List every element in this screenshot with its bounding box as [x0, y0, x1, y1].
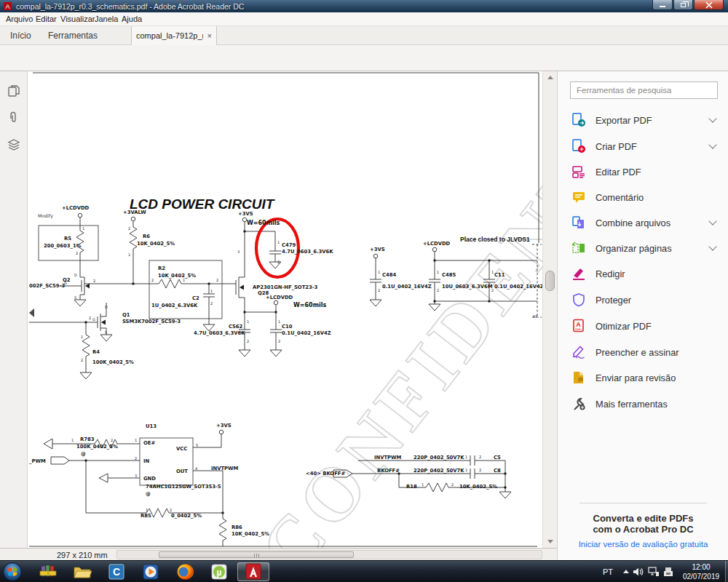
- layers-icon[interactable]: [7, 138, 20, 151]
- tool-proteger[interactable]: Proteger: [558, 287, 728, 312]
- svg-text:A: A: [5, 3, 9, 10]
- schematic-text: +LCDVDD: [423, 241, 451, 247]
- tools-panel: Exportar PDF Criar PDF Editar PDF Coment…: [557, 71, 728, 560]
- schematic-text: R5: [64, 236, 71, 242]
- schematic-text: 1: [81, 335, 83, 339]
- schematic-text: 1: [135, 438, 137, 442]
- device-icon[interactable]: [663, 567, 674, 580]
- attachments-icon[interactable]: [7, 111, 20, 124]
- schematic-text: 4.7U_0603_6.3V6K: [282, 249, 333, 255]
- page-thumbnails-icon[interactable]: [7, 84, 20, 97]
- schematic-text: R2: [158, 266, 165, 271]
- tab-inicio[interactable]: Início: [10, 31, 31, 41]
- menu-arquivo[interactable]: Arquivo: [6, 15, 33, 23]
- tool-organizar-paginas[interactable]: Organizar páginas: [558, 236, 728, 260]
- schematic-text: 0.1U_0402_16V4Z: [382, 284, 432, 290]
- schematic-text: 4.7U_0603_6.3V6K: [194, 330, 245, 336]
- vertical-scrollbar-thumb[interactable]: [545, 271, 555, 291]
- menu-editar[interactable]: Editar: [36, 15, 57, 23]
- tab-close-icon[interactable]: ×: [207, 31, 212, 40]
- taskbar-adobe-reader-active[interactable]: [237, 562, 269, 581]
- chevron-down-icon[interactable]: [708, 217, 716, 225]
- start-button[interactable]: [2, 562, 23, 582]
- schematic-text: R86: [232, 525, 242, 530]
- tool-combine-arquivos[interactable]: Combine arquivos: [558, 210, 728, 235]
- schematic-text: R4: [92, 349, 100, 355]
- network-icon[interactable]: [648, 567, 660, 580]
- schematic-text: 1: [128, 252, 130, 257]
- optimize-pdf-icon: A: [571, 319, 586, 333]
- scroll-down-icon[interactable]: [547, 540, 553, 543]
- tray-expand-icon[interactable]: [623, 570, 629, 573]
- horizontal-scrollbar-thumb[interactable]: [159, 551, 354, 558]
- tool-exportar-pdf[interactable]: Exportar PDF: [558, 108, 728, 132]
- schematic-text: 1: [465, 468, 467, 472]
- tool-redigir[interactable]: Redigir: [558, 261, 728, 286]
- tool-preencher-assinar[interactable]: Preencher e assinar: [558, 340, 728, 364]
- horizontal-scrollbar[interactable]: [116, 550, 542, 559]
- trial-link[interactable]: Iniciar versão de avaliação gratuita: [558, 540, 728, 549]
- schematic-text: 1: [183, 278, 185, 282]
- tool-enviar-revisao[interactable]: Enviar para revisão: [558, 365, 728, 390]
- tool-label: Editar PDF: [596, 167, 641, 178]
- document-size-label: 297 x 210 mm: [57, 551, 108, 559]
- taskbar-firefox[interactable]: [169, 562, 201, 581]
- tool-comentario[interactable]: Comentário: [558, 185, 728, 210]
- schematic-canvas: CONFIDENTIAL: [28, 71, 542, 548]
- vertical-scrollbar[interactable]: [542, 71, 557, 548]
- language-indicator[interactable]: PT: [603, 567, 613, 576]
- schematic-text: R85: [141, 513, 151, 519]
- taskbar-explorer[interactable]: [66, 562, 98, 581]
- tool-mais-ferramentas[interactable]: Mais ferramentas: [558, 391, 728, 416]
- comment-tool-icon: [571, 190, 586, 204]
- taskbar-clock[interactable]: 12:00 02/07/2019: [678, 562, 724, 581]
- schematic-text: 1: [247, 319, 249, 324]
- schematic-text: 0_0402_5%: [171, 513, 202, 519]
- document-page[interactable]: CONFIDENTIAL: [28, 71, 542, 548]
- taskbar-winrar[interactable]: [32, 562, 64, 581]
- restore-button[interactable]: [673, 0, 693, 10]
- scroll-up-icon[interactable]: [547, 76, 553, 79]
- menu-janela[interactable]: Janela: [95, 15, 118, 23]
- schematic-text: C11: [494, 272, 505, 278]
- schematic-text: SSM3K7002F_SC59-3: [122, 319, 181, 324]
- schematic-text: GND: [143, 476, 156, 482]
- tool-criar-pdf[interactable]: Criar PDF: [558, 134, 728, 159]
- collapse-left-panel-icon[interactable]: [29, 308, 34, 317]
- schematic-text: +3VALW: [123, 210, 146, 215]
- clock-time: 12:00: [678, 562, 724, 572]
- taskbar-media-player[interactable]: [135, 562, 167, 581]
- chevron-down-icon[interactable]: [708, 242, 716, 250]
- schematic-text: 1: [277, 240, 280, 244]
- chevron-down-icon[interactable]: [708, 114, 716, 122]
- tool-label: Exportar PDF: [596, 115, 652, 126]
- schematic-text: 2: [128, 226, 130, 231]
- schematic-text: 1: [437, 270, 439, 274]
- tool-label: Combine arquivos: [596, 218, 670, 228]
- taskbar-blue-c-app[interactable]: C: [100, 562, 132, 581]
- schematic-text: 2: [479, 455, 481, 459]
- schematic-text: Modify: [38, 213, 53, 219]
- menu-ajuda[interactable]: Ajuda: [122, 15, 142, 23]
- tool-editar-pdf[interactable]: Editar PDF: [558, 159, 728, 184]
- schematic-text: 1: [378, 270, 380, 274]
- show-desktop-button[interactable]: [725, 561, 728, 582]
- schematic-text: +3VS: [216, 423, 232, 428]
- create-pdf-icon: [571, 139, 586, 154]
- volume-icon[interactable]: [633, 567, 644, 580]
- schematic-text: 220P_0402_50V7K: [414, 455, 464, 461]
- schematic-text: 2: [278, 339, 280, 343]
- minimize-button[interactable]: [652, 0, 673, 10]
- tools-search-input[interactable]: [570, 81, 718, 99]
- tool-label: Redigir: [596, 268, 625, 279]
- tab-document[interactable]: compal_la-7912p_r... ×: [131, 26, 217, 45]
- tool-label: Organizar páginas: [596, 243, 672, 254]
- chevron-down-icon[interactable]: [708, 140, 716, 148]
- schematic-text: 2: [378, 288, 380, 292]
- tab-ferramentas[interactable]: Ferramentas: [48, 31, 98, 41]
- menu-visualizar[interactable]: Visualizar: [60, 15, 95, 23]
- schematic-text: 1: [146, 508, 148, 512]
- close-button[interactable]: [694, 0, 724, 10]
- taskbar-utorrent[interactable]: µ: [203, 562, 235, 581]
- tool-otimizar-pdf[interactable]: A Otimizar PDF: [558, 314, 728, 338]
